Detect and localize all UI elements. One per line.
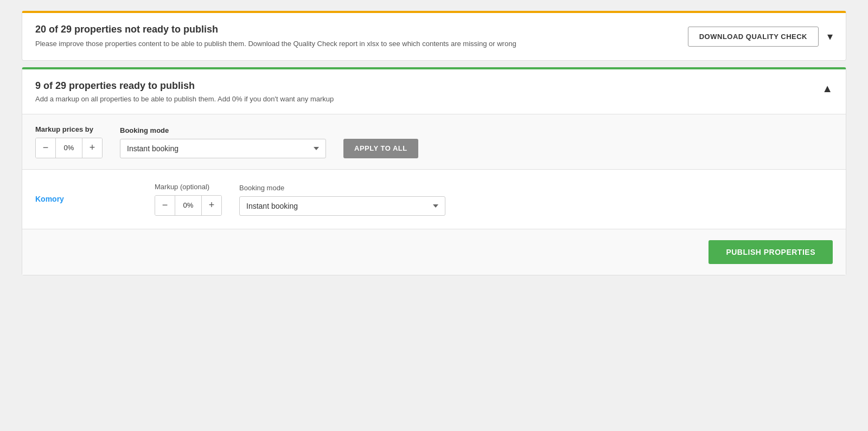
warning-desc: Please improve those properties content … [35, 38, 688, 49]
controls-row: Markup prices by − + Booking mode Instan… [35, 125, 833, 158]
warning-card-content: 20 of 29 properties not ready to publish… [35, 24, 688, 49]
apply-to-all-button[interactable]: APPLY TO ALL [343, 139, 418, 158]
markup-increment-button[interactable]: + [82, 138, 102, 158]
ready-chevron-up-icon[interactable]: ▲ [822, 82, 833, 95]
publish-properties-button[interactable]: PUBLISH PROPERTIES [709, 240, 833, 264]
booking-mode-label: Booking mode [120, 126, 326, 134]
markup-value-input[interactable] [55, 138, 82, 158]
property-markup-group: Markup (optional) − + [155, 183, 222, 216]
property-name-link[interactable]: Komory [35, 195, 155, 203]
property-markup-decrement-button[interactable]: − [155, 196, 175, 215]
markup-prices-label: Markup prices by [35, 125, 103, 133]
ready-desc: Add a markup on all properties to be abl… [35, 95, 334, 103]
property-markup-value-input[interactable] [175, 196, 202, 215]
markup-prices-group: Markup prices by − + [35, 125, 103, 158]
booking-mode-group: Booking mode Instant booking On request … [120, 126, 326, 158]
ready-title: 9 of 29 properties ready to publish [35, 80, 334, 92]
download-quality-check-button[interactable]: DOWNLOAD QUALITY CHECK [688, 27, 819, 47]
property-booking-mode-label: Booking mode [239, 184, 445, 192]
markup-decrement-button[interactable]: − [36, 138, 55, 158]
page-container: 20 of 29 properties not ready to publish… [22, 11, 846, 275]
markup-stepper: − + [35, 138, 103, 158]
property-row: Komory Markup (optional) − + Booking mod… [22, 170, 846, 229]
booking-mode-select[interactable]: Instant booking On request Both [120, 139, 326, 158]
warning-card: 20 of 29 properties not ready to publish… [22, 11, 846, 61]
warning-actions: DOWNLOAD QUALITY CHECK ▾ [688, 27, 833, 47]
markup-controls-section: Markup prices by − + Booking mode Instan… [22, 114, 846, 170]
property-markup-increment-button[interactable]: + [202, 196, 221, 215]
ready-card-header: 9 of 29 properties ready to publish Add … [22, 69, 846, 114]
property-booking-mode-select[interactable]: Instant booking On request Both [239, 196, 445, 216]
publish-footer: PUBLISH PROPERTIES [22, 229, 846, 275]
property-controls: Markup (optional) − + Booking mode Insta… [155, 183, 833, 216]
ready-card: 9 of 29 properties ready to publish Add … [22, 67, 846, 275]
ready-card-header-content: 9 of 29 properties ready to publish Add … [35, 80, 334, 103]
warning-chevron-down-icon[interactable]: ▾ [827, 30, 833, 43]
property-booking-mode-group: Booking mode Instant booking On request … [239, 184, 445, 216]
property-markup-label: Markup (optional) [155, 183, 222, 191]
warning-title: 20 of 29 properties not ready to publish [35, 24, 688, 35]
property-markup-stepper: − + [155, 195, 222, 216]
